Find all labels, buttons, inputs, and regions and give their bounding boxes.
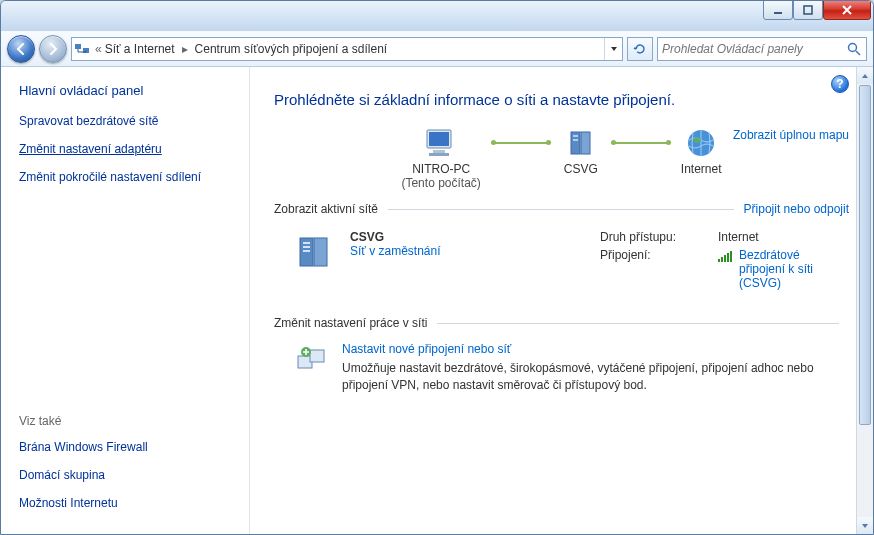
- task-new-connection[interactable]: Nastavit nové připojení nebo síť Umožňuj…: [274, 336, 849, 404]
- close-button[interactable]: [823, 0, 871, 20]
- address-dropdown[interactable]: [604, 38, 622, 60]
- see-also-heading: Viz také: [19, 414, 249, 428]
- access-type-label: Druh přístupu:: [600, 230, 694, 244]
- main-content: ? Prohlédněte si základní informace o sí…: [249, 67, 873, 534]
- svg-point-4: [849, 43, 857, 51]
- refresh-button[interactable]: [627, 37, 653, 61]
- svg-rect-2: [75, 44, 81, 49]
- sidebar-item-firewall[interactable]: Brána Windows Firewall: [19, 440, 249, 454]
- server-icon: [561, 126, 601, 160]
- breadcrumb-segment[interactable]: Síť a Internet: [105, 42, 175, 56]
- svg-rect-11: [573, 135, 578, 137]
- search-icon: [846, 41, 862, 57]
- connection-label: Připojení:: [600, 248, 694, 290]
- network-name: CSVG: [350, 230, 441, 244]
- scroll-up-button[interactable]: [857, 67, 873, 84]
- page-title: Prohlédněte si základní informace o síti…: [274, 91, 849, 108]
- svg-rect-12: [573, 139, 578, 141]
- svg-rect-19: [303, 250, 310, 252]
- body: Hlavní ovládací panel Spravovat bezdráto…: [1, 67, 873, 534]
- address-bar[interactable]: « Síť a Internet ▸ Centrum síťových přip…: [71, 37, 623, 61]
- search-input[interactable]: [662, 42, 846, 56]
- sidebar-item-advanced-sharing[interactable]: Změnit pokročilé nastavení sdílení: [19, 170, 214, 184]
- breadcrumb-segment[interactable]: Centrum síťových připojení a sdílení: [195, 42, 388, 56]
- breadcrumb-chevron-icon: ▸: [179, 42, 191, 56]
- connect-disconnect-link[interactable]: Připojit nebo odpojit: [744, 202, 849, 216]
- back-button[interactable]: [7, 35, 35, 63]
- node-internet[interactable]: Internet: [681, 126, 722, 176]
- node-this-pc[interactable]: NITRO-PC (Tento počítač): [401, 126, 480, 190]
- wifi-signal-icon: [718, 251, 732, 262]
- svg-rect-8: [429, 153, 449, 156]
- control-panel-window: « Síť a Internet ▸ Centrum síťových přip…: [0, 0, 874, 535]
- network-type-link[interactable]: Síť v zaměstnání: [350, 244, 441, 258]
- sidebar-heading[interactable]: Hlavní ovládací panel: [19, 83, 249, 98]
- svg-rect-17: [303, 242, 310, 244]
- sidebar: Hlavní ovládací panel Spravovat bezdráto…: [1, 67, 249, 534]
- change-settings-header: Změnit nastavení práce v síti: [274, 316, 849, 330]
- svg-rect-1: [804, 6, 812, 14]
- link-line: [613, 142, 669, 144]
- svg-point-14: [693, 137, 701, 143]
- minimize-button[interactable]: [763, 0, 793, 20]
- sidebar-item-adapter-settings[interactable]: Změnit nastavení adaptéru: [19, 142, 249, 156]
- active-networks-header: Zobrazit aktivní sítě Připojit nebo odpo…: [274, 202, 849, 216]
- link-line: [493, 142, 549, 144]
- svg-rect-6: [429, 132, 449, 146]
- new-connection-icon: [294, 342, 328, 376]
- svg-rect-18: [303, 246, 310, 248]
- sidebar-item-internet-options[interactable]: Možnosti Internetu: [19, 496, 249, 510]
- network-map: Zobrazit úplnou mapu NITRO-PC (Tento poč…: [274, 126, 849, 190]
- scroll-down-button[interactable]: [857, 517, 873, 534]
- sidebar-item-homegroup[interactable]: Domácí skupina: [19, 468, 249, 482]
- forward-button[interactable]: [39, 35, 67, 63]
- svg-rect-10: [581, 132, 590, 154]
- scroll-thumb[interactable]: [859, 85, 871, 425]
- svg-rect-7: [433, 150, 445, 153]
- titlebar: [1, 1, 873, 31]
- scrollbar[interactable]: [856, 67, 873, 534]
- connection-link[interactable]: Bezdrátové připojení k síti (CSVG): [718, 248, 849, 290]
- sidebar-item-manage-wireless[interactable]: Spravovat bezdrátové sítě: [19, 114, 249, 128]
- computer-icon: [421, 126, 461, 160]
- svg-rect-16: [314, 238, 327, 266]
- search-box[interactable]: [657, 37, 867, 61]
- work-network-icon: [294, 230, 336, 272]
- network-center-icon: [72, 41, 92, 57]
- task-description: Umožňuje nastavit bezdrátové, širokopásm…: [342, 360, 849, 394]
- full-map-link[interactable]: Zobrazit úplnou mapu: [733, 128, 849, 142]
- task-link[interactable]: Nastavit nové připojení nebo síť: [342, 342, 849, 356]
- toolbar: « Síť a Internet ▸ Centrum síťových přip…: [1, 31, 873, 67]
- help-icon[interactable]: ?: [831, 75, 849, 93]
- breadcrumb-chevron-icon: «: [92, 42, 105, 56]
- globe-icon: [681, 126, 721, 160]
- svg-rect-0: [774, 12, 782, 14]
- active-network-block: CSVG Síť v zaměstnání Druh přístupu: Int…: [274, 222, 849, 310]
- node-gateway[interactable]: CSVG: [561, 126, 601, 176]
- svg-rect-21: [310, 350, 324, 362]
- access-type-value: Internet: [718, 230, 759, 244]
- maximize-button[interactable]: [793, 0, 823, 20]
